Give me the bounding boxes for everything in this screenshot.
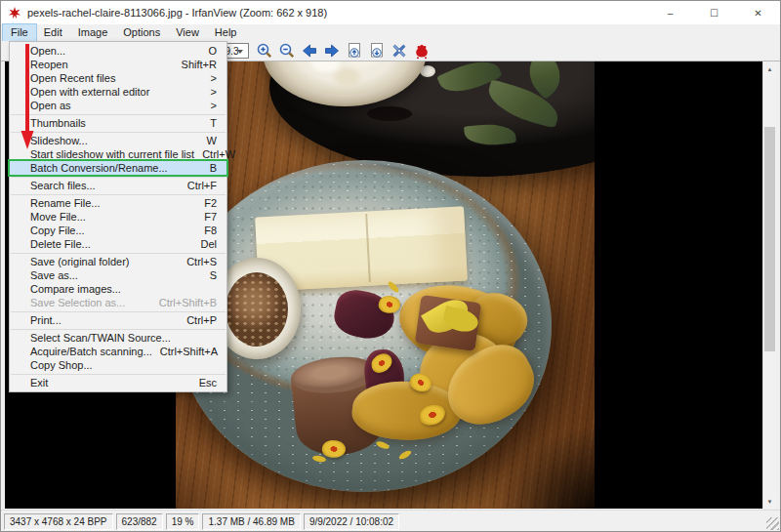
- tools-icon: [390, 42, 408, 60]
- menu-item-thumbnails[interactable]: ThumbnailsT: [10, 116, 226, 130]
- zoom-out-button[interactable]: [278, 42, 296, 60]
- vertical-scrollbar[interactable]: ▲ ▼: [762, 61, 775, 509]
- zoom-in-icon: [256, 42, 273, 60]
- menu-item-copy-file[interactable]: Copy File...F8: [10, 224, 226, 237]
- menu-item-label: Copy Shop...: [30, 359, 93, 371]
- menu-item-label: Save (original folder): [30, 256, 130, 267]
- menu-item-label: Compare images...: [30, 283, 121, 295]
- status-cell: 623/882: [116, 513, 163, 530]
- page-up-file-button[interactable]: [346, 42, 363, 60]
- menu-item-shortcut: W: [199, 135, 217, 146]
- menu-item-reopen[interactable]: ReopenShift+R: [10, 58, 226, 71]
- menu-item-start-slideshow-with-current-file-list[interactable]: Start slideshow with current file listCt…: [10, 147, 226, 161]
- settings-tools-button[interactable]: [390, 42, 408, 60]
- menu-item-label: Open as: [30, 100, 71, 111]
- status-cell: 1.37 MB / 46.89 MB: [202, 513, 300, 530]
- close-button[interactable]: ✕: [736, 1, 780, 24]
- menu-item-shortcut: Ctrl+P: [179, 314, 217, 326]
- maximize-button[interactable]: ☐: [692, 1, 736, 24]
- page-arrow-up-icon: [346, 42, 363, 60]
- menu-item-open-as[interactable]: Open as>: [10, 99, 226, 112]
- status-bar: 3437 x 4768 x 24 BPP623/88219 %1.37 MB /…: [1, 510, 781, 532]
- arrow-right-icon: [323, 42, 341, 60]
- menu-item-slideshow[interactable]: Slideshow...W: [10, 134, 226, 147]
- menubar-item-image[interactable]: Image: [70, 24, 116, 41]
- menu-item-label: Save Selection as...: [30, 297, 125, 308]
- menubar-item-help[interactable]: Help: [207, 24, 245, 41]
- zoom-out-icon: [278, 42, 296, 60]
- menu-item-label: Open Recent files: [30, 72, 115, 84]
- menu-item-shortcut: S: [202, 269, 217, 281]
- menu-item-exit[interactable]: ExitEsc: [10, 376, 226, 389]
- menu-item-batch-conversion-rename[interactable]: Batch Conversion/Rename...B: [10, 161, 226, 175]
- menu-item-shortcut: Ctrl+F: [180, 180, 217, 191]
- menubar-item-options[interactable]: Options: [115, 24, 168, 41]
- title-bar[interactable]: pexels-rachel-claire-8113066.jpg - Irfan…: [1, 1, 780, 24]
- menu-item-shortcut: Shift+R: [174, 59, 217, 70]
- menu-item-shortcut: O: [200, 45, 217, 57]
- scroll-down-icon: ▼: [767, 499, 773, 505]
- status-cell: 3437 x 4768 x 24 BPP: [4, 513, 113, 530]
- menu-item-label: Batch Conversion/Rename...: [30, 162, 168, 174]
- menu-item-label: Slideshow...: [30, 135, 88, 146]
- irfanview-window: pexels-rachel-claire-8113066.jpg - Irfan…: [0, 0, 781, 532]
- menu-item-move-file[interactable]: Move File...F7: [10, 210, 226, 224]
- zoom-in-button[interactable]: [256, 42, 273, 60]
- scroll-up-button[interactable]: ▲: [763, 61, 776, 76]
- minimize-button[interactable]: –: [648, 1, 692, 24]
- menu-item-label: Save as...: [30, 269, 78, 281]
- menu-item-shortcut: Esc: [191, 377, 217, 389]
- submenu-arrow-icon: >: [203, 86, 217, 98]
- menu-item-shortcut: F7: [196, 211, 217, 223]
- menu-item-select-scan-twain-source[interactable]: Select Scan/TWAIN Source...: [10, 331, 226, 345]
- menu-item-delete-file[interactable]: Delete File...Del: [10, 237, 226, 251]
- menubar-item-edit[interactable]: Edit: [36, 24, 70, 41]
- menu-item-open[interactable]: Open...O: [10, 44, 226, 58]
- sauce-puddle: [367, 106, 412, 121]
- status-cell: 9/9/2022 / 10:08:02: [304, 513, 399, 530]
- previous-file-button[interactable]: [301, 42, 318, 60]
- menu-item-copy-shop[interactable]: Copy Shop...: [10, 358, 226, 372]
- menu-item-save-original-folder[interactable]: Save (original folder)Ctrl+S: [10, 255, 226, 268]
- menu-item-print[interactable]: Print...Ctrl+P: [10, 313, 226, 327]
- menu-separator: [11, 374, 226, 375]
- menu-item-label: Acquire/Batch scanning...: [30, 346, 152, 357]
- menu-item-shortcut: F8: [196, 225, 217, 236]
- about-irfanview-button[interactable]: [413, 42, 431, 60]
- menu-item-label: Print...: [30, 314, 62, 326]
- menubar-item-file[interactable]: File: [3, 24, 36, 41]
- menu-separator: [11, 194, 226, 195]
- resize-grip[interactable]: [766, 517, 779, 530]
- menu-item-search-files[interactable]: Search files...Ctrl+F: [10, 179, 226, 192]
- menu-item-shortcut: Ctrl+Shift+B: [151, 297, 217, 308]
- scrollbar-thumb[interactable]: [764, 127, 775, 351]
- menu-item-open-recent-files[interactable]: Open Recent files>: [10, 71, 226, 85]
- menu-item-acquire-batch-scanning[interactable]: Acquire/Batch scanning...Ctrl+Shift+A: [10, 345, 226, 358]
- menu-item-shortcut: F2: [196, 197, 217, 209]
- menu-item-label: Search files...: [30, 180, 96, 191]
- file-menu-dropdown: Open...OReopenShift+ROpen Recent files>O…: [9, 41, 227, 392]
- menu-item-label: Reopen: [30, 59, 68, 70]
- menu-item-label: Select Scan/TWAIN Source...: [30, 332, 171, 344]
- menu-separator: [11, 177, 226, 178]
- irfanview-app-icon: [8, 6, 21, 20]
- menu-item-label: Start slideshow with current file list: [30, 148, 194, 160]
- menu-item-rename-file[interactable]: Rename File...F2: [10, 196, 226, 210]
- menu-separator: [11, 311, 226, 312]
- menu-item-save-as[interactable]: Save as...S: [10, 268, 226, 282]
- page-down-file-button[interactable]: [368, 42, 386, 60]
- menu-separator: [11, 253, 226, 254]
- menu-item-open-with-external-editor[interactable]: Open with external editor>: [10, 85, 226, 99]
- next-file-button[interactable]: [323, 42, 341, 60]
- menu-bar: FileEditImageOptionsViewHelp: [1, 24, 780, 41]
- apple-butter-sauce: [226, 272, 288, 347]
- menu-item-compare-images[interactable]: Compare images...: [10, 282, 226, 296]
- photo-food-plate: [176, 61, 595, 509]
- menubar-item-view[interactable]: View: [168, 24, 207, 41]
- scroll-down-button[interactable]: ▼: [763, 494, 776, 509]
- menu-item-label: Open...: [30, 45, 65, 57]
- scroll-up-icon: ▲: [767, 66, 773, 72]
- menu-item-save-selection-as[interactable]: Save Selection as...Ctrl+Shift+B: [10, 296, 226, 309]
- window-title: pexels-rachel-claire-8113066.jpg - Irfan…: [27, 7, 327, 19]
- menu-item-label: Thumbnails: [30, 117, 86, 129]
